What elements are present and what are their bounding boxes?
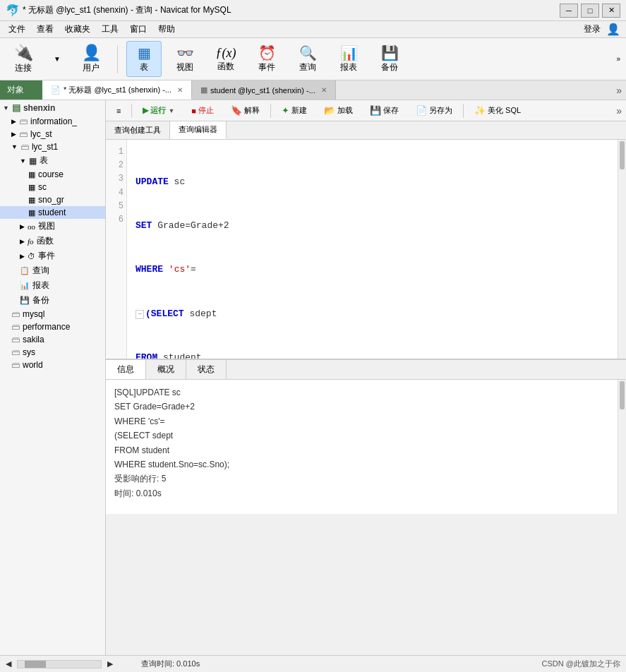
result-tab-overview[interactable]: 概况 <box>146 360 186 379</box>
event-folder-icon: ⏱ <box>28 252 35 260</box>
toolbar-query[interactable]: 🔍 查询 <box>290 42 325 76</box>
sidebar-item-performance[interactable]: 🗃 performance <box>0 320 105 333</box>
maximize-button[interactable]: □ <box>581 4 599 18</box>
sidebar-item-course[interactable]: ▦ course <box>0 168 105 181</box>
view-icon: 👓 <box>176 44 194 61</box>
course-label: course <box>38 169 64 179</box>
db-panel-label: 对象 <box>0 80 42 100</box>
sidebar-item-information[interactable]: ▶ 🗃 information_ <box>0 115 105 128</box>
sidebar-item-sc[interactable]: ▦ sc <box>0 181 105 193</box>
sidebar-item-snogr[interactable]: ▦ sno_gr <box>0 193 105 206</box>
sidebar-item-backup-item[interactable]: 💾 备份 <box>0 293 105 308</box>
menu-tools[interactable]: 工具 <box>96 22 124 37</box>
hamburger-icon: ≡ <box>116 107 121 115</box>
menu-file[interactable]: 文件 <box>3 22 31 37</box>
sidebar-item-func-folder[interactable]: ▶ fo 函数 <box>0 234 105 248</box>
sakila-icon: 🗃 <box>11 335 20 344</box>
login-button[interactable]: 登录 <box>578 22 606 37</box>
stop-button[interactable]: ■ 停止 <box>185 103 220 118</box>
toolbar-report[interactable]: 📊 报表 <box>331 42 366 76</box>
load-icon: 📂 <box>324 105 335 116</box>
scroll-left-icon[interactable]: ◀ <box>6 659 11 668</box>
tab-expand-icon[interactable]: » <box>616 85 622 96</box>
toolbar-view[interactable]: 👓 视图 <box>167 42 203 76</box>
code-line-2: SET Grade=Grade+2 <box>136 219 609 234</box>
code-editor[interactable]: 1 2 3 4 5 6 UPDATE sc SET Grade=Grade+2 … <box>106 140 626 359</box>
result-tab-status[interactable]: 状态 <box>186 360 227 379</box>
toolbar-func[interactable]: ƒ(x) 函数 <box>208 43 243 76</box>
beautify-button[interactable]: ✨ 美化 SQL <box>468 103 527 118</box>
close-button[interactable]: ✕ <box>602 4 620 18</box>
expand-icon[interactable]: » <box>616 105 622 116</box>
result-line-8: 时间: 0.010s <box>114 486 609 500</box>
sidebar-item-event-folder[interactable]: ▶ ⏱ 事件 <box>0 248 105 263</box>
toolbar-connect-dropdown[interactable]: ▼ <box>47 54 68 64</box>
user-icon: 👤 <box>82 44 101 62</box>
tabbar: 对象 📄 * 无标题 @lyc_st1 (shenxin) -... ✕ ▦ s… <box>0 80 626 100</box>
tab-query1[interactable]: 📄 * 无标题 @lyc_st1 (shenxin) -... ✕ <box>42 80 192 100</box>
run-button[interactable]: ▶ 运行 ▼ <box>136 103 181 118</box>
toolbar-expand[interactable]: » <box>616 55 620 63</box>
menu-favorites[interactable]: 收藏夹 <box>59 22 96 37</box>
editor-scrollbar[interactable] <box>618 140 626 359</box>
tab-student[interactable]: ▦ student @lyc_st1 (shenxin) -... ✕ <box>192 80 336 100</box>
tab-editor[interactable]: 查询编辑器 <box>170 121 227 139</box>
tab-builder[interactable]: 查询创建工具 <box>106 121 170 139</box>
menu-icon-button[interactable]: ≡ <box>110 104 127 117</box>
menu-help[interactable]: 帮助 <box>152 22 181 37</box>
report-icon: 📊 <box>340 44 358 61</box>
toolbar-connect[interactable]: 🔌 连接 <box>6 41 41 77</box>
titlebar-title: * 无标题 @lyc_st1 (shenxin) - 查询 - Navicat … <box>23 4 231 16</box>
menu-view[interactable]: 查看 <box>31 22 59 37</box>
kw-where1: WHERE <box>136 264 163 275</box>
saveas-button[interactable]: 📄 另存为 <box>409 103 459 118</box>
menubar: 文件 查看 收藏夹 工具 窗口 帮助 登录 👤 <box>0 21 626 38</box>
result-panel: 信息 概况 状态 [SQL]UPDATE sc SET Grade=Grade+… <box>106 359 626 514</box>
sc-label: sc <box>38 182 47 192</box>
sidebar-item-view-folder[interactable]: ▶ oo 视图 <box>0 219 105 234</box>
toolbar-event[interactable]: ⏰ 事件 <box>249 42 284 76</box>
tab-builder-label: 查询创建工具 <box>114 125 161 136</box>
event-folder-arrow: ▶ <box>20 253 25 260</box>
event-label: 事件 <box>258 61 275 73</box>
stop-label: 停止 <box>198 105 214 116</box>
explain-button[interactable]: 🔖 解释 <box>224 103 266 118</box>
saveas-label: 另存为 <box>429 105 452 116</box>
sc-icon: ▦ <box>28 183 35 192</box>
result-scrollbar[interactable] <box>618 380 626 514</box>
sidebar-item-sys[interactable]: 🗃 sys <box>0 346 105 359</box>
scroll-right-icon[interactable]: ▶ <box>107 659 113 668</box>
load-button[interactable]: 📂 加载 <box>318 103 359 118</box>
sidebar-item-lycst1[interactable]: ▼ 🗃 lyc_st1 <box>0 140 105 153</box>
sidebar-item-student[interactable]: ▦ student <box>0 206 105 219</box>
tab-query1-label: * 无标题 @lyc_st1 (shenxin) -... <box>64 85 171 95</box>
statusbar-scrollbar[interactable] <box>17 660 102 668</box>
tab-extra[interactable]: » <box>612 80 626 100</box>
tab-query1-close[interactable]: ✕ <box>177 86 183 94</box>
mysql-icon: 🗃 <box>11 309 20 319</box>
code-eq: = <box>191 264 196 275</box>
explain-label: 解释 <box>244 105 260 116</box>
sidebar-db-shenxin[interactable]: ▼ ▤ shenxin <box>0 100 105 115</box>
minimize-button[interactable]: ─ <box>560 4 578 18</box>
toolbar-table[interactable]: ▦ 表 <box>126 41 162 77</box>
toolbar-user[interactable]: 👤 用户 <box>73 41 109 77</box>
sidebar-item-mysql[interactable]: 🗃 mysql <box>0 308 105 320</box>
sidebar-item-world[interactable]: 🗃 world <box>0 359 105 371</box>
tab-student-close[interactable]: ✕ <box>321 86 327 94</box>
sidebar-item-sakila[interactable]: 🗃 sakila <box>0 333 105 346</box>
result-tab-info[interactable]: 信息 <box>106 360 146 379</box>
menu-window[interactable]: 窗口 <box>124 22 152 37</box>
sidebar-item-report-item[interactable]: 📊 报表 <box>0 278 105 293</box>
code-content[interactable]: UPDATE sc SET Grade=Grade+2 WHERE 'cs'= … <box>127 140 618 359</box>
sidebar-item-lycst[interactable]: ▶ 🗃 lyc_st <box>0 128 105 140</box>
save-button[interactable]: 💾 保存 <box>363 103 405 118</box>
titlebar-controls[interactable]: ─ □ ✕ <box>560 4 620 18</box>
sidebar-item-query-item[interactable]: 📋 查询 <box>0 263 105 278</box>
toolbar-backup[interactable]: 💾 备份 <box>372 42 407 76</box>
shenxin-arrow: ▼ <box>3 104 9 112</box>
sidebar-item-table-folder[interactable]: ▼ ▦ 表 <box>0 153 105 168</box>
toolbar-divider-1 <box>117 45 118 73</box>
new-button[interactable]: ✦ 新建 <box>275 103 313 118</box>
line-num-2: 2 <box>109 159 124 172</box>
